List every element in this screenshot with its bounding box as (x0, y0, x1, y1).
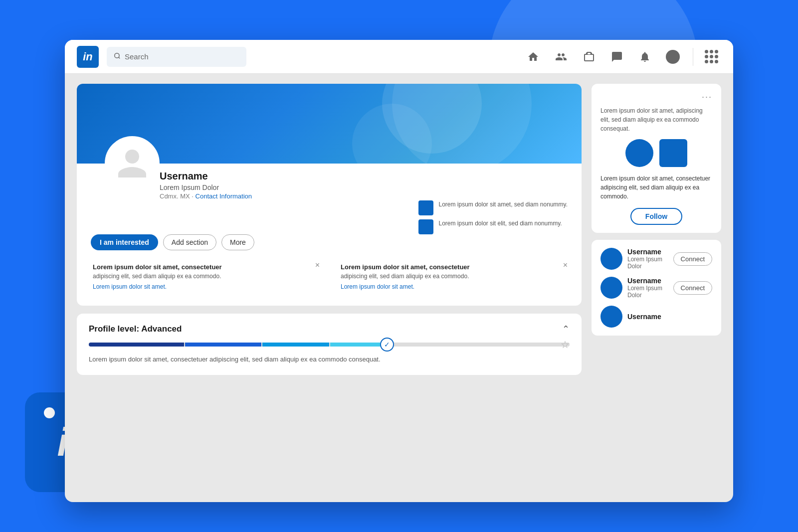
nav-divider (693, 48, 693, 66)
grid-icon (705, 50, 718, 63)
notif-close-1[interactable]: × (315, 261, 320, 269)
linkedin-logo-text: in (83, 50, 93, 63)
nav-icons (521, 45, 721, 69)
side-info-item-1: Lorem ipsum dolor sit amet, sed diam non… (418, 200, 568, 215)
nav-briefcase-btn[interactable] (577, 45, 601, 69)
level-chevron-icon[interactable]: ⌃ (562, 324, 570, 335)
nav-messages-btn[interactable] (605, 45, 629, 69)
level-title: Profile level: Advanced (89, 324, 182, 334)
person-row-2: Username Lorem Ipsum Dolor Connect (600, 277, 712, 299)
profile-subtitle: Lorem Ipsum Dolor (160, 183, 408, 191)
side-info-text-1: Lorem ipsum dolor sit amet, sed diam non… (438, 200, 568, 209)
right-sidebar: ··· Lorem ipsum dolor sit amet, adipisci… (592, 84, 721, 492)
profile-side-info: Lorem ipsum dolor sit amet, sed diam non… (418, 171, 568, 234)
search-icon (114, 52, 121, 61)
level-header: Profile level: Advanced ⌃ (89, 324, 570, 335)
side-info-text-2: Lorem ipsum dolor sit elit, sed diam non… (438, 219, 562, 228)
people-card: Username Lorem Ipsum Dolor Connect Usern… (592, 240, 721, 336)
sidebar-ad-header: ··· (600, 92, 712, 102)
search-bar[interactable]: Search (107, 47, 246, 67)
profile-action-buttons: I am interested Add section More (77, 234, 582, 256)
search-input[interactable]: Search (125, 52, 149, 61)
person-avatar-2 (600, 277, 622, 299)
level-description: Lorem ipsum dolor sit amet, consectetuer… (89, 355, 570, 365)
nav-grid-btn[interactable] (701, 47, 721, 67)
sidebar-ad-body: Lorem ipsum dolor sit amet, consectetuer… (600, 174, 712, 201)
nav-people-btn[interactable] (549, 45, 573, 69)
person-avatar-1 (600, 248, 622, 270)
ad-logo-square (659, 139, 687, 167)
notif-title-2: Lorem ipsum dolor sit amet, consectetuer (341, 263, 566, 271)
connect-button-1[interactable]: Connect (673, 252, 712, 266)
notif-subtitle-1: adipiscing elit, sed diam aliquip ex ea … (93, 273, 318, 280)
nav-profile-btn[interactable] (661, 45, 685, 69)
person-name-1: Username (627, 248, 668, 256)
nav-notifications-btn[interactable] (633, 45, 657, 69)
notification-card-1: × Lorem ipsum dolor sit amet, consectetu… (85, 256, 326, 298)
ad-logos-row (600, 139, 712, 167)
progress-bar (89, 343, 570, 347)
person-name-2: Username (627, 277, 668, 285)
profile-location: Cdmx. MX · Contact Information (160, 192, 408, 200)
center-column: Username Lorem Ipsum Dolor Cdmx. MX · Co… (77, 84, 582, 492)
ad-logo-circle (625, 139, 653, 167)
person-sub-2: Lorem Ipsum Dolor (627, 285, 668, 299)
linkedin-logo[interactable]: in (77, 46, 99, 68)
profile-text: Username Lorem Ipsum Dolor Cdmx. MX · Co… (160, 171, 408, 234)
location-text: Cdmx. MX (160, 192, 190, 200)
sidebar-ad-text-top: Lorem ipsum dolor sit amet, adipiscing e… (600, 106, 712, 133)
contact-info-link[interactable]: Contact Information (196, 192, 252, 200)
notif-link-2[interactable]: Lorem ipsum dolor sit amet. (341, 283, 414, 290)
notif-subtitle-2: adipiscing elit, sed diam aliquip ex ea … (341, 273, 566, 280)
person-info-2: Username Lorem Ipsum Dolor (627, 277, 668, 299)
svg-point-0 (115, 53, 119, 58)
side-info-icon-2 (418, 219, 433, 234)
notif-close-2[interactable]: × (563, 261, 568, 269)
person-avatar-3 (600, 306, 622, 328)
more-button[interactable]: More (221, 234, 254, 250)
avatar (105, 136, 160, 191)
connect-button-2[interactable]: Connect (673, 281, 712, 295)
main-content: Username Lorem Ipsum Dolor Cdmx. MX · Co… (65, 74, 733, 502)
navbar: in Search (65, 40, 733, 74)
interested-button[interactable]: I am interested (91, 234, 158, 250)
person-info-1: Username Lorem Ipsum Dolor (627, 248, 668, 270)
profile-level-card: Profile level: Advanced ⌃ ✓ ☆ Lorem ipsu… (77, 314, 582, 375)
profile-avatar-wrapper (105, 136, 160, 234)
sidebar-more-icon[interactable]: ··· (702, 92, 712, 102)
person-name-3: Username (627, 313, 712, 321)
person-row-1: Username Lorem Ipsum Dolor Connect (600, 248, 712, 270)
svg-line-1 (119, 57, 120, 59)
notification-card-2: × Lorem ipsum dolor sit amet, consectetu… (333, 256, 574, 298)
nav-home-btn[interactable] (521, 45, 545, 69)
side-info-icon-1 (418, 200, 433, 215)
profile-card: Username Lorem Ipsum Dolor Cdmx. MX · Co… (77, 84, 582, 306)
progress-check-icon: ✓ (380, 338, 394, 352)
notif-title-1: Lorem ipsum dolor sit amet, consectetuer (93, 263, 318, 271)
notification-row: × Lorem ipsum dolor sit amet, consectetu… (77, 256, 582, 306)
add-section-button[interactable]: Add section (163, 234, 216, 250)
sidebar-ad-card: ··· Lorem ipsum dolor sit amet, adipisci… (592, 84, 721, 233)
person-row-3: Username (600, 306, 712, 328)
profile-name: Username (160, 171, 408, 182)
person-info-3: Username (627, 313, 712, 321)
person-sub-1: Lorem Ipsum Dolor (627, 256, 668, 270)
side-info-item-2: Lorem ipsum dolor sit elit, sed diam non… (418, 219, 568, 234)
notif-link-1[interactable]: Lorem ipsum dolor sit amet. (93, 283, 167, 290)
browser-window: in Search (65, 40, 733, 502)
follow-button[interactable]: Follow (630, 208, 682, 225)
progress-star-icon[interactable]: ☆ (561, 339, 570, 351)
